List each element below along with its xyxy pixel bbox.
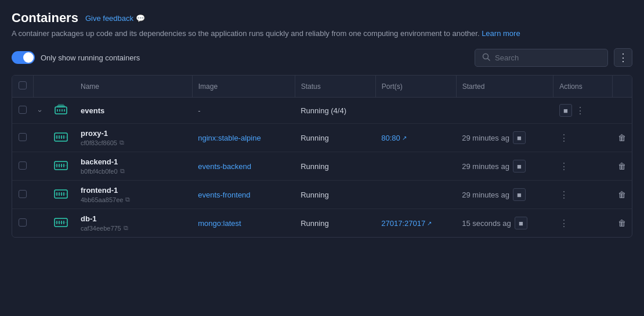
expand-icon[interactable]: ›: [36, 110, 44, 112]
more-options-button[interactable]: ⋮: [614, 48, 632, 67]
row-more-button[interactable]: ⋮: [559, 218, 569, 229]
copy-id-button[interactable]: ⧉: [120, 167, 125, 175]
container-name: frontend-1: [81, 186, 186, 195]
row-more-button[interactable]: ⋮: [559, 189, 569, 200]
external-link-icon: ↗: [427, 220, 432, 227]
actions-column-header: Actions: [553, 76, 612, 98]
started-cell: 15 seconds ag ■: [456, 209, 553, 238]
copy-id-button[interactable]: ⧉: [125, 196, 130, 203]
delete-cell[interactable]: 🗑: [612, 181, 632, 209]
feedback-icon: 💬: [136, 14, 145, 23]
group-icon: [53, 103, 69, 118]
status-cell: Running: [295, 124, 375, 152]
running-toggle[interactable]: [12, 51, 35, 64]
container-icon: [53, 186, 69, 202]
subtitle: A container packages up code and its dep…: [12, 29, 632, 38]
row-more-button[interactable]: ⋮: [576, 105, 585, 116]
table-row: frontend-1 4bb65aa857ee ⧉ events-fronten…: [12, 181, 632, 209]
status-cell: Running: [295, 209, 375, 238]
port-column-header: Port(s): [375, 76, 456, 98]
stop-button[interactable]: ■: [513, 188, 526, 201]
container-id: cf0f83cf8605 ⧉: [81, 139, 186, 146]
container-id: 4bb65aa857ee ⧉: [81, 196, 186, 203]
search-icon: [482, 53, 490, 63]
actions-cell: ⋮: [553, 209, 612, 238]
copy-id-button[interactable]: ⧉: [124, 224, 128, 232]
select-all-header: [12, 76, 33, 98]
stop-button[interactable]: ■: [513, 160, 526, 173]
image-cell[interactable]: events-frontend: [192, 181, 295, 209]
port-cell[interactable]: 80:80 ↗: [375, 124, 456, 152]
port-cell: [375, 181, 456, 209]
started-cell: 29 minutes ag ■: [456, 124, 553, 152]
started-column-header: Started: [456, 76, 553, 98]
delete-cell[interactable]: 🗑: [612, 209, 632, 238]
search-box: [475, 49, 608, 67]
table-row: ›: [12, 98, 632, 124]
delete-button[interactable]: 🗑: [618, 133, 626, 142]
row-checkbox[interactable]: [19, 106, 27, 114]
copy-id-button[interactable]: ⧉: [120, 139, 124, 146]
container-name: db-1: [81, 214, 186, 223]
delete-button[interactable]: 🗑: [618, 161, 626, 171]
search-input[interactable]: [495, 53, 600, 62]
image-cell[interactable]: events-backend: [192, 152, 295, 181]
status-cell: Running (4/4): [295, 98, 375, 124]
select-all-checkbox[interactable]: [19, 81, 27, 89]
stop-button[interactable]: ■: [515, 217, 527, 229]
port-cell: [375, 152, 456, 181]
stop-button[interactable]: ■: [559, 104, 572, 117]
container-icon: [53, 214, 69, 231]
image-column-header: Image: [192, 76, 295, 98]
delete-cell: [612, 98, 632, 124]
started-cell: [456, 98, 553, 124]
row-checkbox[interactable]: [19, 190, 27, 198]
external-link-icon: ↗: [402, 135, 407, 141]
feedback-link[interactable]: Give feedback 💬: [85, 14, 145, 23]
table-row: db-1 caf34eebe775 ⧉ mongo:latest Running…: [12, 209, 632, 238]
image-cell[interactable]: mongo:latest: [192, 209, 295, 238]
stop-button[interactable]: ■: [513, 131, 526, 144]
name-column-header: Name: [75, 76, 192, 98]
container-name: backend-1: [81, 157, 186, 166]
image-cell[interactable]: nginx:stable-alpine: [192, 124, 295, 152]
svg-rect-4: [58, 104, 64, 106]
container-name: proxy-1: [81, 129, 186, 138]
status-column-header: Status: [295, 76, 375, 98]
actions-cell: ⋮: [553, 181, 612, 209]
status-cell: Running: [295, 152, 375, 181]
started-cell: 29 minutes ag ■: [456, 181, 553, 209]
delete-button[interactable]: 🗑: [618, 218, 626, 228]
row-more-button[interactable]: ⋮: [559, 161, 569, 172]
container-name: events: [81, 106, 186, 115]
toolbar: Only show running containers ⋮: [12, 48, 632, 67]
delete-button[interactable]: 🗑: [618, 190, 626, 199]
container-id: b0fbf4cb0fe0 ⧉: [81, 167, 186, 175]
port-cell[interactable]: 27017:27017 ↗: [375, 209, 456, 238]
toggle-label: Only show running containers: [41, 53, 140, 62]
svg-rect-2: [55, 107, 67, 114]
row-checkbox[interactable]: [19, 161, 27, 170]
actions-cell: ⋮: [553, 152, 612, 181]
container-icon: [53, 157, 69, 174]
actions-cell: ■ ⋮: [553, 98, 612, 124]
svg-line-1: [488, 58, 490, 60]
status-cell: Running: [295, 181, 375, 209]
delete-cell[interactable]: 🗑: [612, 124, 632, 152]
actions-cell: ⋮: [553, 124, 612, 152]
table-row: backend-1 b0fbf4cb0fe0 ⧉ events-backend …: [12, 152, 632, 181]
row-more-button[interactable]: ⋮: [559, 132, 569, 143]
container-id: caf34eebe775 ⧉: [81, 224, 186, 232]
row-checkbox[interactable]: [19, 218, 27, 227]
started-cell: 29 minutes ag ■: [456, 152, 553, 181]
table-row: proxy-1 cf0f83cf8605 ⧉ nginx:stable-alpi…: [12, 124, 632, 152]
learn-more-link[interactable]: Learn more: [482, 29, 520, 38]
containers-table: Name Image Status Port(s) Started Action…: [12, 75, 632, 238]
container-icon: [53, 129, 69, 145]
delete-cell[interactable]: 🗑: [612, 152, 632, 181]
port-cell: [375, 98, 456, 124]
page-title: Containers: [12, 10, 78, 26]
image-cell: -: [192, 98, 295, 124]
row-checkbox[interactable]: [19, 133, 27, 141]
